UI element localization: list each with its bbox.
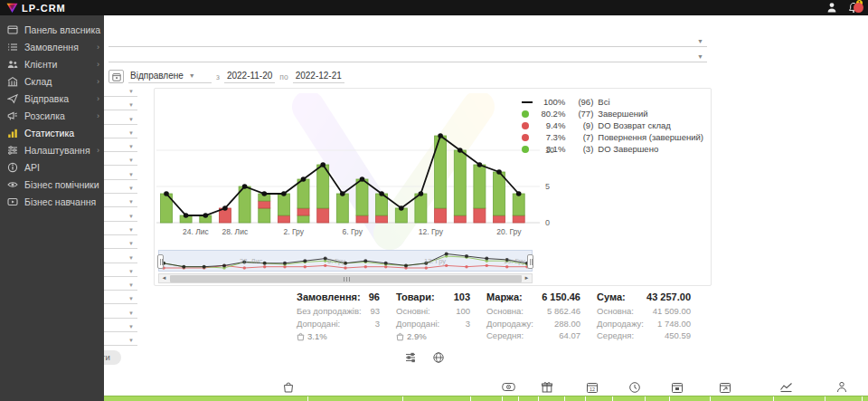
shipped-date-calendar-icon[interactable] xyxy=(671,381,684,394)
scrollbar-thumb[interactable] xyxy=(170,275,522,283)
legend-label: DO Возврат склад xyxy=(598,120,671,130)
support-icon[interactable] xyxy=(854,3,863,13)
scroll-right-icon[interactable]: ► xyxy=(522,274,532,282)
date-filter-row: Відправлене ▼ з 2022-11-20 по 2022-12-21 xyxy=(108,69,344,84)
legend-label: Повернення (завершений) xyxy=(598,132,703,142)
lp-crm-logo-icon xyxy=(6,2,18,14)
legend-count: (77) xyxy=(570,109,593,119)
navigator-right-handle[interactable] xyxy=(527,254,533,269)
sidebar-item-statistics[interactable]: Статистика xyxy=(0,124,104,141)
chevron-down-icon: ▼ xyxy=(128,158,134,163)
sidebar-item-label: Клієнти xyxy=(24,59,57,70)
table-row-completed[interactable] xyxy=(104,396,868,401)
chevron-down-icon: ▼ xyxy=(128,255,134,261)
legend-item-do-return[interactable]: 9.4%(9)DO Возврат склад xyxy=(522,119,703,131)
date-from-input[interactable]: 2022-11-20 xyxy=(224,70,275,83)
product-filter-select[interactable]: ▼ xyxy=(108,49,707,62)
topbar-actions: 1 xyxy=(826,0,859,15)
status-chart-icon[interactable] xyxy=(779,381,792,394)
sidebar-item-mailing[interactable]: Розсилка › xyxy=(0,107,104,124)
legend-count: (9) xyxy=(570,120,593,130)
chevron-down-icon: ▼ xyxy=(128,172,134,177)
gift-icon[interactable] xyxy=(541,381,553,394)
sidebar-item-clients[interactable]: Клієнти › xyxy=(0,55,104,72)
products-bag-icon[interactable] xyxy=(282,381,295,394)
sidebar-item-settings[interactable]: Налаштування › xyxy=(0,141,104,158)
sidebar-item-label: Бізнес навчання xyxy=(24,196,96,207)
svg-text:12: 12 xyxy=(590,387,595,392)
shipping-icon xyxy=(7,93,18,104)
chevron-down-icon: ▼ xyxy=(128,144,134,149)
statistics-chart-card: 051024. Лис28. Лис2. Гру6. Гру12. Гру20.… xyxy=(154,88,712,286)
chevron-right-icon: › xyxy=(97,60,99,69)
sidebar-item-label: Замовлення xyxy=(24,42,79,53)
date-type-value: Відправлене xyxy=(130,71,184,81)
upsell-pct: 3.1% xyxy=(307,331,327,341)
chevron-down-icon: ▼ xyxy=(128,296,134,301)
date-calendar-icon[interactable]: 12 xyxy=(586,381,599,394)
sidebar-item-business-training[interactable]: Бізнес навчання xyxy=(0,193,104,210)
legend-label: Всі xyxy=(598,97,609,107)
svg-text:24. Лис: 24. Лис xyxy=(183,227,210,236)
sidebar-item-shipping[interactable]: Відправка › xyxy=(0,90,104,107)
svg-text:28. Лис: 28. Лис xyxy=(240,257,263,265)
chevron-down-icon: ▼ xyxy=(128,241,134,246)
navigator-left-handle[interactable] xyxy=(157,254,164,269)
legend-item-do-completed[interactable]: 3.1%(3)DO Завершено xyxy=(522,143,703,155)
legend-pct: 100% xyxy=(534,97,565,107)
manager-person-icon[interactable] xyxy=(835,381,848,394)
summary-stats-row: Замовлення:96 Без допродажів:93 Допродан… xyxy=(297,291,691,343)
order-status-select[interactable]: ▼ xyxy=(108,33,707,47)
chart-settings-icon[interactable] xyxy=(404,351,417,364)
legend-dot-green xyxy=(522,146,529,153)
sidebar-item-api[interactable]: API xyxy=(0,158,104,176)
svg-text:19. Гру: 19. Гру xyxy=(504,257,525,265)
date-to-input[interactable]: 2022-12-21 xyxy=(293,70,344,83)
legend-count: (7) xyxy=(570,132,593,142)
user-icon[interactable] xyxy=(826,2,837,14)
svg-text:13. Гру: 13. Гру xyxy=(424,257,446,265)
chart-scrollbar[interactable]: ◄ ► xyxy=(158,273,533,283)
globe-icon[interactable] xyxy=(432,351,445,364)
brand-text: LP-CRM xyxy=(22,3,66,14)
time-clock-icon[interactable] xyxy=(628,381,641,394)
chart-navigator[interactable]: 28. Лис6. Гру13. Гру19. Гру xyxy=(158,250,533,272)
legend-dot-red xyxy=(522,122,529,129)
scroll-left-icon[interactable]: ◄ xyxy=(159,274,169,282)
settings-icon xyxy=(7,145,18,156)
updated-date-calendar-icon[interactable] xyxy=(719,381,731,394)
legend-item-return-completed[interactable]: 7.3%(7)Повернення (завершений) xyxy=(522,131,703,143)
legend-pct: 3.1% xyxy=(534,144,565,154)
from-label: з xyxy=(216,72,220,81)
chevron-right-icon: › xyxy=(97,43,99,52)
legend-pct: 7.3% xyxy=(534,132,565,142)
views-eye-icon[interactable] xyxy=(502,381,514,394)
sidebar-item-warehouse[interactable]: Склад › xyxy=(0,72,104,90)
legend-item-all[interactable]: 100%(96)Всі xyxy=(522,96,703,108)
upsell-pct: 2.9% xyxy=(407,331,427,341)
sidebar-item-business-helpers[interactable]: Бізнес помічники xyxy=(0,176,104,193)
svg-text:12. Гру: 12. Гру xyxy=(419,227,444,236)
sidebar-item-owner-panel[interactable]: Панель власника xyxy=(0,21,104,38)
brand-logo[interactable]: LP-CRM xyxy=(0,2,66,14)
chevron-down-icon: ▼ xyxy=(128,227,134,233)
legend-pct: 80.2% xyxy=(534,109,565,119)
legend-item-completed[interactable]: 80.2%(77)Завершений xyxy=(522,108,703,119)
sidebar-item-label: Панель власника xyxy=(24,24,100,35)
api-icon xyxy=(7,162,18,173)
chevron-down-icon: ▼ xyxy=(128,338,134,343)
chevron-down-icon: ▼ xyxy=(128,130,134,136)
svg-text:20. Гру: 20. Гру xyxy=(496,227,522,236)
chevron-down-icon: ▼ xyxy=(128,324,134,329)
orders-icon xyxy=(7,42,18,53)
summary-value: 96 xyxy=(369,291,380,302)
calendar-button[interactable] xyxy=(108,70,124,83)
chevron-down-icon: ▼ xyxy=(189,72,195,79)
date-type-select[interactable]: Відправлене ▼ xyxy=(128,70,212,83)
chevron-down-icon: ▼ xyxy=(128,310,134,316)
orders-stacked-bar-chart: 051024. Лис28. Лис2. Гру6. Гру12. Гру20.… xyxy=(156,91,561,244)
legend-line-swatch xyxy=(522,101,533,103)
chevron-down-icon: ▼ xyxy=(128,117,134,122)
sidebar-item-orders[interactable]: Замовлення › xyxy=(0,38,104,55)
sidebar-item-label: Розсилка xyxy=(24,110,65,121)
